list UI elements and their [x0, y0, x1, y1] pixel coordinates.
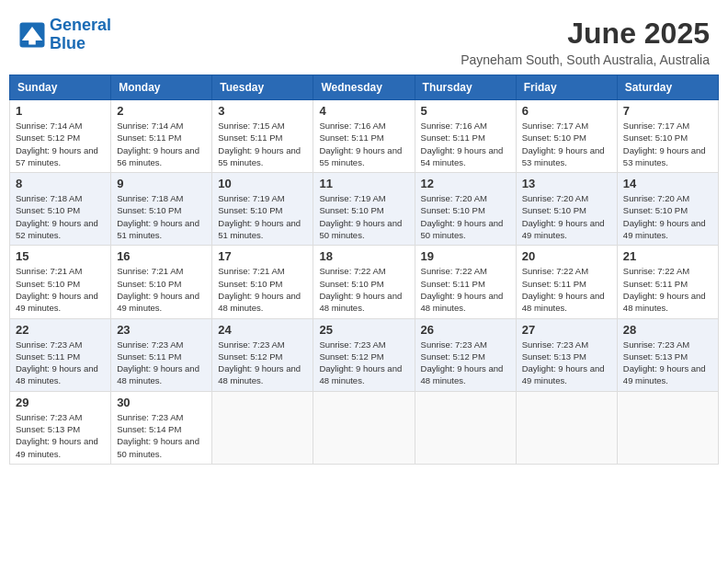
day-info: Sunrise: 7:19 AM Sunset: 5:10 PM Dayligh… — [218, 192, 307, 241]
day-cell-15: 15 Sunrise: 7:21 AM Sunset: 5:10 PM Dayl… — [10, 246, 111, 318]
day-number: 15 — [16, 249, 105, 263]
day-cell-27: 27 Sunrise: 7:23 AM Sunset: 5:13 PM Dayl… — [516, 318, 617, 391]
week-row-5: 29 Sunrise: 7:23 AM Sunset: 5:13 PM Dayl… — [10, 391, 719, 464]
day-number: 19 — [421, 249, 510, 263]
empty-cell — [212, 391, 313, 464]
header: General Blue June 2025 Payneham South, S… — [9, 9, 719, 67]
day-info: Sunrise: 7:23 AM Sunset: 5:13 PM Dayligh… — [623, 339, 712, 387]
day-number: 6 — [522, 104, 611, 118]
day-info: Sunrise: 7:15 AM Sunset: 5:11 PM Dayligh… — [218, 120, 307, 168]
header-thursday: Thursday — [415, 75, 516, 100]
day-cell-26: 26 Sunrise: 7:23 AM Sunset: 5:12 PM Dayl… — [415, 318, 516, 391]
day-info: Sunrise: 7:22 AM Sunset: 5:11 PM Dayligh… — [522, 265, 611, 314]
header-sunday: Sunday — [10, 75, 111, 100]
logo-icon — [18, 21, 46, 49]
day-number: 26 — [421, 323, 510, 337]
day-cell-21: 21 Sunrise: 7:22 AM Sunset: 5:11 PM Dayl… — [617, 246, 718, 318]
day-number: 20 — [522, 249, 611, 263]
day-number: 12 — [421, 177, 510, 190]
day-info: Sunrise: 7:14 AM Sunset: 5:11 PM Dayligh… — [117, 120, 206, 168]
day-info: Sunrise: 7:18 AM Sunset: 5:10 PM Dayligh… — [117, 192, 206, 241]
day-cell-12: 12 Sunrise: 7:20 AM Sunset: 5:10 PM Dayl… — [415, 173, 516, 246]
day-number: 16 — [117, 249, 206, 263]
day-number: 13 — [522, 177, 611, 190]
day-cell-7: 7 Sunrise: 7:17 AM Sunset: 5:10 PM Dayli… — [617, 100, 718, 173]
calendar: Sunday Monday Tuesday Wednesday Thursday… — [9, 75, 719, 465]
day-number: 11 — [319, 177, 408, 190]
day-info: Sunrise: 7:16 AM Sunset: 5:11 PM Dayligh… — [319, 120, 408, 168]
day-number: 4 — [319, 104, 408, 118]
day-number: 28 — [623, 323, 712, 337]
week-row-1: 1 Sunrise: 7:14 AM Sunset: 5:12 PM Dayli… — [10, 100, 719, 173]
location-title: Payneham South, South Australia, Austral… — [461, 52, 710, 67]
day-number: 8 — [16, 177, 105, 190]
svg-rect-2 — [28, 40, 36, 45]
day-info: Sunrise: 7:14 AM Sunset: 5:12 PM Dayligh… — [16, 120, 105, 168]
header-friday: Friday — [516, 75, 617, 100]
day-number: 17 — [218, 249, 307, 263]
day-info: Sunrise: 7:20 AM Sunset: 5:10 PM Dayligh… — [421, 192, 510, 241]
day-number: 3 — [218, 104, 307, 118]
empty-cell — [415, 391, 516, 464]
day-info: Sunrise: 7:17 AM Sunset: 5:10 PM Dayligh… — [522, 120, 611, 168]
day-cell-23: 23 Sunrise: 7:23 AM Sunset: 5:11 PM Dayl… — [111, 318, 212, 391]
day-cell-24: 24 Sunrise: 7:23 AM Sunset: 5:12 PM Dayl… — [212, 318, 313, 391]
day-cell-14: 14 Sunrise: 7:20 AM Sunset: 5:10 PM Dayl… — [617, 173, 718, 246]
title-area: June 2025 Payneham South, South Australi… — [461, 17, 710, 67]
day-number: 23 — [117, 323, 206, 337]
day-cell-4: 4 Sunrise: 7:16 AM Sunset: 5:11 PM Dayli… — [313, 100, 415, 173]
day-number: 27 — [522, 323, 611, 337]
day-cell-1: 1 Sunrise: 7:14 AM Sunset: 5:12 PM Dayli… — [10, 100, 111, 173]
day-info: Sunrise: 7:21 AM Sunset: 5:10 PM Dayligh… — [218, 265, 307, 314]
day-info: Sunrise: 7:20 AM Sunset: 5:10 PM Dayligh… — [522, 192, 611, 241]
day-number: 5 — [421, 104, 510, 118]
day-cell-29: 29 Sunrise: 7:23 AM Sunset: 5:13 PM Dayl… — [10, 391, 111, 464]
day-number: 18 — [319, 249, 408, 263]
day-number: 30 — [117, 396, 206, 409]
header-tuesday: Tuesday — [212, 75, 313, 100]
logo-text: General Blue — [50, 17, 111, 53]
day-cell-25: 25 Sunrise: 7:23 AM Sunset: 5:12 PM Dayl… — [313, 318, 415, 391]
day-info: Sunrise: 7:23 AM Sunset: 5:13 PM Dayligh… — [522, 339, 611, 387]
month-title: June 2025 — [461, 17, 710, 51]
logo-blue: Blue — [50, 34, 85, 52]
day-cell-16: 16 Sunrise: 7:21 AM Sunset: 5:10 PM Dayl… — [111, 246, 212, 318]
day-number: 25 — [319, 323, 408, 337]
day-cell-10: 10 Sunrise: 7:19 AM Sunset: 5:10 PM Dayl… — [212, 173, 313, 246]
day-info: Sunrise: 7:22 AM Sunset: 5:10 PM Dayligh… — [319, 265, 408, 314]
day-cell-17: 17 Sunrise: 7:21 AM Sunset: 5:10 PM Dayl… — [212, 246, 313, 318]
day-cell-20: 20 Sunrise: 7:22 AM Sunset: 5:11 PM Dayl… — [516, 246, 617, 318]
day-info: Sunrise: 7:23 AM Sunset: 5:12 PM Dayligh… — [421, 339, 510, 387]
day-info: Sunrise: 7:23 AM Sunset: 5:12 PM Dayligh… — [319, 339, 408, 387]
logo: General Blue — [18, 17, 111, 53]
logo-general: General — [50, 16, 111, 34]
day-cell-30: 30 Sunrise: 7:23 AM Sunset: 5:14 PM Dayl… — [111, 391, 212, 464]
day-number: 14 — [623, 177, 712, 190]
weekday-header-row: Sunday Monday Tuesday Wednesday Thursday… — [10, 75, 719, 100]
week-row-2: 8 Sunrise: 7:18 AM Sunset: 5:10 PM Dayli… — [10, 173, 719, 246]
empty-cell — [617, 391, 718, 464]
day-cell-19: 19 Sunrise: 7:22 AM Sunset: 5:11 PM Dayl… — [415, 246, 516, 318]
day-number: 2 — [117, 104, 206, 118]
day-cell-6: 6 Sunrise: 7:17 AM Sunset: 5:10 PM Dayli… — [516, 100, 617, 173]
day-info: Sunrise: 7:22 AM Sunset: 5:11 PM Dayligh… — [421, 265, 510, 314]
week-row-4: 22 Sunrise: 7:23 AM Sunset: 5:11 PM Dayl… — [10, 318, 719, 391]
day-info: Sunrise: 7:20 AM Sunset: 5:10 PM Dayligh… — [623, 192, 712, 241]
day-cell-5: 5 Sunrise: 7:16 AM Sunset: 5:11 PM Dayli… — [415, 100, 516, 173]
day-cell-28: 28 Sunrise: 7:23 AM Sunset: 5:13 PM Dayl… — [617, 318, 718, 391]
day-cell-2: 2 Sunrise: 7:14 AM Sunset: 5:11 PM Dayli… — [111, 100, 212, 173]
day-number: 1 — [16, 104, 105, 118]
empty-cell — [516, 391, 617, 464]
day-number: 7 — [623, 104, 712, 118]
day-info: Sunrise: 7:23 AM Sunset: 5:13 PM Dayligh… — [16, 411, 105, 460]
day-info: Sunrise: 7:21 AM Sunset: 5:10 PM Dayligh… — [16, 265, 105, 314]
week-row-3: 15 Sunrise: 7:21 AM Sunset: 5:10 PM Dayl… — [10, 246, 719, 318]
day-cell-9: 9 Sunrise: 7:18 AM Sunset: 5:10 PM Dayli… — [111, 173, 212, 246]
day-cell-22: 22 Sunrise: 7:23 AM Sunset: 5:11 PM Dayl… — [10, 318, 111, 391]
day-info: Sunrise: 7:18 AM Sunset: 5:10 PM Dayligh… — [16, 192, 105, 241]
day-info: Sunrise: 7:23 AM Sunset: 5:14 PM Dayligh… — [117, 411, 206, 460]
day-number: 9 — [117, 177, 206, 190]
day-info: Sunrise: 7:16 AM Sunset: 5:11 PM Dayligh… — [421, 120, 510, 168]
day-number: 22 — [16, 323, 105, 337]
day-number: 10 — [218, 177, 307, 190]
